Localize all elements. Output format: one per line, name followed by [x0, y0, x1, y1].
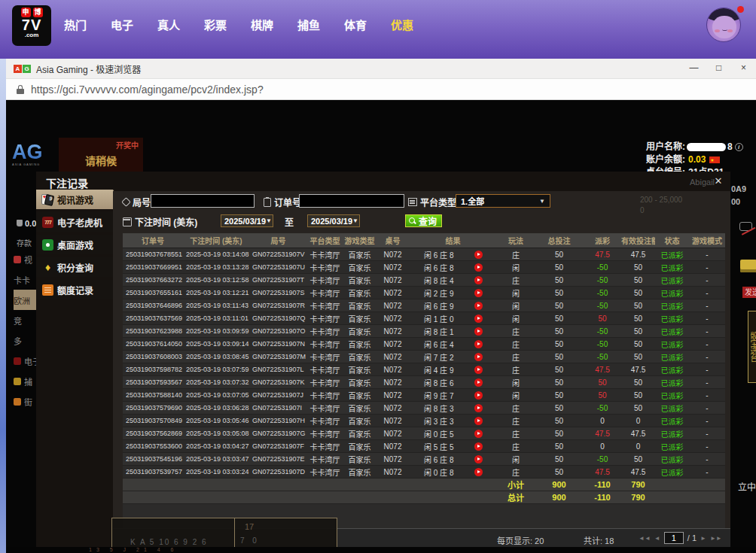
- cell: GN0722531907R: [249, 302, 307, 309]
- table-row: 2503190375796902025-03-19 03:06:28GN0722…: [123, 402, 725, 415]
- date-to-picker[interactable]: 2025/03/19 ▼: [307, 214, 360, 227]
- cell: GN0722531907G: [249, 430, 307, 437]
- cell: 250319037623988: [123, 327, 183, 335]
- nav-item-slots[interactable]: 电子: [110, 17, 134, 32]
- user-avatar[interactable]: [706, 6, 744, 44]
- info-icon[interactable]: i: [735, 143, 743, 151]
- replay-video-icon[interactable]: [474, 302, 483, 310]
- first-page-button[interactable]: ◄◄: [639, 535, 651, 542]
- replay-video-icon[interactable]: [474, 340, 483, 348]
- cell: -: [689, 263, 725, 272]
- cell: 0: [621, 442, 655, 451]
- tab-points-query[interactable]: ♦ 积分查询: [36, 257, 113, 277]
- replay-video-icon[interactable]: [474, 366, 483, 374]
- chat-muted-icon[interactable]: [739, 222, 752, 231]
- search-button[interactable]: 查询: [405, 214, 442, 227]
- cell: 已派彩: [655, 326, 689, 337]
- minimize-button[interactable]: —: [681, 59, 706, 79]
- bet-table-header: 订单号 下注时间 (美东) 局号 平台类型 游戏类型 桌号 结果 玩法 总投注 …: [123, 233, 725, 248]
- cell: 2025-03-19 03:14:08: [183, 251, 249, 258]
- cell: -: [689, 327, 725, 336]
- cell: 50: [535, 327, 584, 336]
- cell: 2025-03-19 03:08:45: [183, 353, 249, 360]
- table-row: 2503190375935672025-03-19 03:07:32GN0722…: [123, 376, 725, 389]
- nav-item-promo[interactable]: 优惠: [390, 17, 414, 32]
- cell: 百家乐: [343, 275, 376, 286]
- cell: -: [689, 276, 725, 284]
- cell: 250319037562869: [123, 430, 183, 437]
- cards-icon: [42, 194, 53, 205]
- nav-item-board[interactable]: 棋牌: [250, 17, 274, 32]
- replay-video-icon[interactable]: [474, 455, 483, 463]
- tab-live-games[interactable]: 视讯游戏: [36, 190, 113, 209]
- last-page-button[interactable]: ►►: [710, 535, 722, 542]
- nav-item-sports[interactable]: 体育: [343, 17, 367, 32]
- replay-video-icon[interactable]: [474, 251, 483, 259]
- replay-video-icon[interactable]: [474, 391, 483, 400]
- cell: 250319037579690: [123, 404, 183, 412]
- close-window-button[interactable]: ×: [731, 59, 756, 79]
- nav-item-lottery[interactable]: 彩票: [203, 17, 227, 32]
- cell: 250319037570849: [123, 417, 183, 424]
- prev-page-button[interactable]: ◄: [654, 535, 660, 542]
- screen: 申 博 7V .com 热门 电子 真人 彩票 棋牌 捕鱼 体育 优惠: [0, 0, 756, 553]
- order-no-input[interactable]: [299, 194, 404, 208]
- cell: 百家乐: [343, 377, 376, 388]
- replay-video-icon[interactable]: [474, 353, 483, 361]
- cell: 47.5: [621, 251, 655, 259]
- logo-text: 7V: [12, 17, 51, 32]
- replay-video-icon[interactable]: [474, 417, 483, 425]
- logo-suffix: .com: [12, 32, 51, 38]
- replay-video-icon[interactable]: [474, 430, 483, 438]
- site-logo[interactable]: 申 博 7V .com: [12, 5, 51, 46]
- cell: 庄: [497, 415, 535, 427]
- replay-video-icon[interactable]: [474, 442, 483, 451]
- cell: 2025-03-19 03:03:47: [183, 455, 249, 463]
- nav-item-live[interactable]: 真人: [157, 17, 181, 32]
- next-page-button[interactable]: ►: [700, 535, 706, 542]
- close-modal-icon[interactable]: ✕: [712, 175, 724, 187]
- cell: 50: [621, 263, 655, 272]
- cell: 250319037646896: [123, 302, 183, 309]
- replay-video-icon[interactable]: [474, 327, 483, 336]
- tab-slot-machines[interactable]: 777 电子老虎机: [36, 212, 113, 232]
- cell: 百家乐: [343, 454, 376, 465]
- cell: GN0722531907F: [249, 442, 307, 450]
- replay-video-icon[interactable]: [474, 378, 483, 387]
- replay-video-icon[interactable]: [474, 468, 483, 476]
- page-number-input[interactable]: 1: [664, 532, 684, 544]
- tab-quota-records[interactable]: 额度记录: [36, 280, 113, 299]
- redacted-username: [687, 143, 726, 151]
- table-row: 2503190376239882025-03-19 03:09:59GN0722…: [123, 325, 725, 338]
- cell: GN0722531907K: [249, 378, 307, 386]
- cell: 百家乐: [343, 262, 376, 273]
- browser-title: Asia Gaming - 极速浏览器: [36, 62, 141, 75]
- date-from-picker[interactable]: 2025/03/19 ▼: [221, 214, 273, 227]
- replay-video-icon[interactable]: [474, 263, 483, 272]
- cell: 50: [535, 455, 584, 463]
- platform-type-select[interactable]: 1.全部 ▼: [456, 194, 550, 208]
- cell: 百家乐: [343, 466, 376, 478]
- replay-video-icon[interactable]: [474, 314, 483, 323]
- game-page: AG ASIA GAMING 开奖中 请稍候 用户名称:8i 账户余额:0.03…: [6, 100, 756, 553]
- round-no-input[interactable]: [151, 194, 255, 208]
- url-bar[interactable]: https://gci.7vvvvvv.com/agingame/pcv2/in…: [6, 79, 756, 100]
- replay-video-icon[interactable]: [474, 289, 483, 297]
- maximize-button[interactable]: □: [706, 59, 731, 79]
- nav-item-hot[interactable]: 热门: [63, 17, 87, 32]
- cell: 卡卡湾厅: [307, 403, 343, 414]
- deposit-link[interactable]: 存款: [17, 237, 32, 248]
- cell: -50: [584, 263, 621, 272]
- replay-video-icon[interactable]: [474, 404, 483, 412]
- cell: 50: [535, 340, 584, 348]
- nav-item-fishing[interactable]: 捕鱼: [297, 17, 321, 32]
- replay-video-icon[interactable]: [474, 276, 483, 284]
- browser-window: AG Asia Gaming - 极速浏览器 — □ × https://gci…: [6, 59, 756, 553]
- send-button[interactable]: 发送: [742, 287, 756, 298]
- cell: -: [689, 314, 725, 323]
- tab-table-games[interactable]: 桌面游戏: [36, 235, 113, 254]
- cell: 卡卡湾厅: [307, 326, 343, 337]
- cell: 庄: [497, 428, 535, 439]
- cell: 50: [535, 391, 584, 400]
- dice-table-select-tab[interactable]: 骰宝选台: [748, 311, 756, 383]
